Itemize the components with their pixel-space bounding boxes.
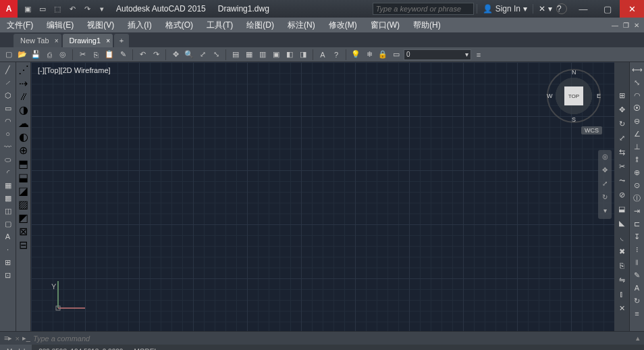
divide-icon[interactable] [19,225,28,238]
extend-icon[interactable] [616,174,628,186]
layer-on-icon[interactable] [350,49,362,61]
solid-icon[interactable] [18,184,28,197]
polygon-icon[interactable] [2,89,14,101]
rectangle-icon[interactable] [2,102,14,114]
boundary-icon[interactable] [19,144,28,157]
undo-icon[interactable] [66,3,78,15]
qat-dropdown-icon[interactable] [96,3,108,15]
model-tab[interactable]: Model [0,345,32,350]
ellipse-icon[interactable] [2,153,14,166]
exchange-drop-icon[interactable] [548,4,552,14]
ellipse-arc-icon[interactable] [2,166,14,178]
new-icon[interactable] [3,49,15,61]
mesh-icon[interactable] [18,211,28,224]
tolerance-icon[interactable] [631,166,643,178]
break-icon[interactable] [616,189,628,201]
open-icon[interactable] [16,49,28,61]
dim-style-icon[interactable] [631,307,643,320]
dim-text-edit-icon[interactable] [631,282,643,294]
design-center-icon[interactable] [243,49,255,61]
arc-icon[interactable] [2,115,14,127]
layer-lock-icon[interactable] [377,49,389,61]
construction-line-icon[interactable] [18,64,29,76]
menu-draw[interactable]: 绘图(D) [240,18,281,32]
diameter-dim-icon[interactable] [631,115,643,127]
layer-dropdown[interactable]: 0 ▾ [404,49,471,60]
trim-icon[interactable] [616,160,628,172]
doc-minimize-icon[interactable]: — [610,20,620,30]
ordinate-dim-icon[interactable] [631,141,643,153]
hatch-icon[interactable] [2,179,14,191]
angular-dim-icon[interactable] [631,128,643,140]
doc-close-icon[interactable]: ✕ [632,20,641,30]
cut-icon[interactable] [76,49,88,61]
text-icon[interactable] [317,49,329,61]
continue-dim-icon[interactable] [631,243,643,255]
pan-icon[interactable] [169,49,182,61]
menu-dimension[interactable]: 标注(N) [281,18,322,32]
move-icon[interactable] [616,103,628,116]
line-icon[interactable] [2,64,14,76]
region-icon[interactable] [2,205,14,217]
layer-manager-icon[interactable] [473,49,485,61]
command-history-icon[interactable]: ≡▸ [4,334,12,343]
3d-face-icon[interactable] [18,198,28,211]
array-icon[interactable] [616,89,628,101]
center-mark-icon[interactable] [631,179,643,191]
redo-icon[interactable] [150,49,162,61]
helix-icon[interactable] [18,171,28,184]
layer-color-icon[interactable] [390,49,402,61]
baseline-dim-icon[interactable] [631,256,643,268]
zoom-extents-icon[interactable] [196,49,209,61]
wcs-badge[interactable]: WCS [581,126,602,134]
polyline-icon[interactable] [2,76,14,89]
view-cube[interactable]: TOP N S E W [547,69,601,123]
close-icon[interactable]: × [55,37,59,45]
menu-modify[interactable]: 修改(M) [322,18,364,32]
donut-icon[interactable] [19,103,28,116]
offset-icon[interactable] [616,288,628,300]
measure-icon[interactable] [19,239,28,251]
undo-icon[interactable] [136,49,149,61]
viewcube-east[interactable]: E [597,93,601,99]
new-icon[interactable] [22,3,34,15]
viewcube-north[interactable]: N [572,69,576,76]
viewcube-west[interactable]: W [547,93,553,99]
fillet-icon[interactable] [616,231,628,243]
help-search-input[interactable] [373,3,474,15]
menu-edit[interactable]: 编辑(E) [40,18,80,32]
save-icon[interactable] [30,49,42,61]
markup-icon[interactable] [284,49,296,61]
full-nav-wheel-icon[interactable]: ◎ [600,153,610,162]
jogged-dim-icon[interactable] [631,153,643,166]
pan-icon[interactable]: ✥ [600,166,610,176]
3d-poly-icon[interactable] [18,157,28,170]
viewcube-south[interactable]: S [572,116,576,123]
rotate-icon[interactable] [616,118,628,130]
close-button[interactable]: ✕ [620,0,644,18]
close-icon[interactable]: × [106,37,110,45]
minimize-button[interactable]: — [571,0,595,18]
zoom-icon[interactable] [183,49,195,61]
erase-icon[interactable] [616,245,628,257]
properties-icon[interactable] [230,49,242,61]
scale-icon[interactable] [616,132,628,144]
dim-break-icon[interactable] [631,218,643,230]
app-menu-icon[interactable]: A [0,0,18,18]
join-icon[interactable] [616,203,628,215]
sign-in-button[interactable]: Sign In [477,4,533,14]
model-mode-label[interactable]: MODEL [130,348,162,351]
menu-window[interactable]: 窗口(W) [364,18,406,32]
show-motion-icon[interactable]: ▾ [600,207,610,216]
zoom-extents-icon[interactable]: ⤢ [600,180,610,189]
multiline-icon[interactable] [18,91,29,103]
orbit-icon[interactable]: ↻ [600,193,610,203]
quickcalc-icon[interactable] [297,49,309,61]
zoom-window-icon[interactable] [210,49,222,61]
menu-insert[interactable]: 插入(I) [121,18,158,32]
revision-cloud-icon[interactable] [18,117,29,130]
save-icon[interactable] [51,3,63,15]
exchange-icon[interactable] [539,4,545,14]
menu-file[interactable]: 文件(F) [0,18,40,32]
point-icon[interactable] [2,243,14,255]
